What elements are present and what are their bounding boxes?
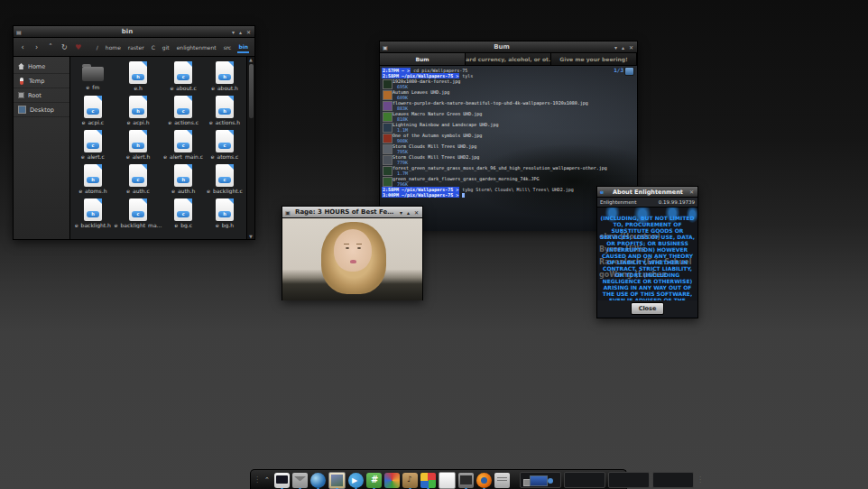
file-item[interactable]: e_alert_main.c — [162, 128, 204, 160]
scrollbar-thumb[interactable] — [249, 64, 254, 118]
tab-hard-currency[interactable]: Hard currency, alcohol, or ot... — [466, 53, 551, 65]
file-manager-titlebar[interactable]: ▤ bin ▾ ▴ ✕ — [14, 26, 254, 38]
file-item[interactable]: e_backlight.h — [72, 197, 114, 228]
shelf-expand-icon[interactable]: ⌃ — [264, 476, 270, 484]
file-item[interactable]: e_backlight_ma... — [114, 197, 163, 228]
breadcrumb-bin[interactable]: bin — [237, 42, 249, 53]
close-icon[interactable]: ✕ — [629, 44, 633, 51]
file-item[interactable]: e_bg.h — [204, 197, 245, 228]
sidebar-item-desktop[interactable]: Desktop — [14, 103, 69, 117]
file-manager-window: ▤ bin ▾ ▴ ✕ ‹ › ˄ ↻ ♥ / home raster C gi… — [13, 25, 255, 240]
maximize-icon[interactable]: ▴ — [407, 209, 410, 216]
video-titlebar[interactable]: ▣ Rage: 3 HOURS of Best Female Voc.... ▾… — [282, 207, 422, 218]
sidebar-item-temp[interactable]: Temp — [14, 74, 69, 88]
file-item[interactable]: e_actions.h — [204, 94, 245, 125]
sidebar-item-root[interactable]: Root — [14, 88, 69, 103]
file-item[interactable]: e_acpi.h — [114, 94, 163, 125]
file-item[interactable]: e_bg.c — [162, 197, 204, 228]
firefox-launcher-icon[interactable] — [476, 473, 492, 488]
scrollbar[interactable]: ▲ ▼ — [246, 57, 254, 239]
file-item[interactable]: e_alert.c — [72, 128, 114, 160]
telegram-launcher-icon[interactable] — [348, 473, 364, 488]
music-launcher-icon[interactable] — [402, 473, 418, 488]
terminal-launcher-icon[interactable] — [274, 473, 290, 488]
version-bar: Enlightenment 0.19.99.19739 — [597, 198, 697, 208]
file-manager-toolbar: ‹ › ˄ ↻ ♥ / home raster C git enlightenm… — [14, 38, 254, 57]
browser-launcher-icon[interactable] — [310, 473, 326, 488]
file-item[interactable]: e_alert.h — [114, 128, 163, 160]
mail-launcher-icon[interactable] — [292, 473, 308, 488]
video-frame-woman-portrait[interactable] — [282, 218, 422, 300]
shelf-grip-left[interactable]: ⋮ — [254, 476, 260, 484]
file-icon — [216, 61, 234, 84]
file-item[interactable]: e_acpi.c — [72, 94, 114, 125]
favorites-icon[interactable]: ♥ — [74, 43, 81, 51]
breadcrumb: / home raster C git enlightenment src bi… — [96, 38, 249, 56]
listing-entry: Leaves Macro Nature Green UHD.jpg818K — [382, 111, 637, 122]
shade-icon[interactable]: ▾ — [232, 29, 235, 35]
terminal-tab-bar: Bum Hard currency, alcohol, or ot... Giv… — [380, 53, 637, 66]
back-icon[interactable]: ‹ — [19, 43, 26, 51]
desktop-4-pager-slot[interactable] — [652, 472, 694, 488]
file-item[interactable]: e_about.c — [162, 60, 204, 91]
close-icon[interactable]: ✕ — [246, 29, 251, 35]
scroll-up-icon[interactable]: ▲ — [249, 57, 253, 62]
file-item[interactable]: e_actions.c — [162, 94, 204, 125]
file-item[interactable]: e_about.h — [204, 60, 245, 91]
photo-launcher-icon[interactable] — [328, 472, 346, 489]
file-item[interactable]: e_auth.c — [114, 162, 163, 194]
file-icon — [216, 198, 234, 221]
tab-bum[interactable]: Bum — [380, 53, 466, 65]
wine-launcher-icon[interactable] — [420, 473, 436, 488]
file-item[interactable]: e_atoms.h — [72, 162, 114, 194]
maximize-icon[interactable]: ▴ — [239, 29, 242, 35]
image-thumbnail — [383, 134, 392, 143]
up-icon[interactable]: ˄ — [47, 43, 54, 51]
eyebrow — [344, 244, 349, 244]
shade-icon[interactable]: ▾ — [400, 209, 402, 216]
file-icon — [129, 96, 147, 118]
close-button[interactable]: Close — [631, 302, 665, 315]
shelf-grip-right[interactable]: ⋮ — [697, 476, 703, 484]
file-item[interactable]: e_auth.h — [162, 162, 204, 194]
about-titlebar[interactable]: e About Enlightenment ✕ — [597, 187, 697, 198]
terminal-titlebar[interactable]: ▣ Bum ▾ ▴ ✕ — [380, 42, 637, 53]
archive-launcher-icon[interactable] — [494, 473, 510, 488]
tab-switcher-button[interactable] — [624, 67, 634, 76]
breadcrumb-enlightenment[interactable]: enlightenment — [176, 42, 217, 52]
image-thumbnail — [383, 112, 392, 122]
terminal-cursor — [462, 193, 465, 198]
breadcrumb-raster[interactable]: raster — [127, 42, 145, 52]
eye — [357, 247, 361, 249]
close-icon[interactable]: ✕ — [414, 209, 419, 216]
breadcrumb-root[interactable]: / — [96, 42, 99, 52]
breadcrumb-src[interactable]: src — [223, 42, 233, 52]
scroll-down-icon[interactable]: ▼ — [249, 234, 253, 239]
sidebar-item-home[interactable]: Home — [14, 60, 69, 74]
breadcrumb-home[interactable]: home — [105, 42, 122, 52]
mini-window — [548, 478, 553, 484]
refresh-icon[interactable]: ↻ — [60, 43, 68, 51]
desktop-3-pager-slot[interactable] — [608, 472, 650, 488]
shade-icon[interactable]: ▾ — [614, 44, 617, 51]
file-item[interactable]: e_backlight.c — [204, 162, 245, 194]
enlightenment-logo-icon: e — [600, 189, 607, 195]
file-item[interactable]: e_atoms.c — [204, 128, 245, 160]
desktop-2-pager-slot[interactable] — [564, 472, 605, 488]
forward-icon[interactable]: › — [32, 43, 40, 51]
tv-launcher-icon[interactable] — [458, 473, 474, 488]
window-icon: ▤ — [16, 29, 23, 35]
listing-entry: Lightning Rainbow and Landscape UHD.jpg1… — [382, 122, 637, 133]
paint-launcher-icon[interactable] — [384, 473, 400, 488]
desktop-1-pager-slot[interactable] — [520, 472, 561, 488]
mini-window — [530, 475, 548, 486]
tab-beering[interactable]: Give me your beering! — [551, 53, 637, 65]
file-item[interactable]: e.h — [114, 60, 163, 91]
close-icon[interactable]: ✕ — [689, 189, 694, 195]
maximize-icon[interactable]: ▴ — [622, 44, 624, 51]
document-launcher-icon[interactable] — [439, 472, 456, 489]
breadcrumb-git[interactable]: git — [162, 42, 171, 52]
file-item[interactable]: e_fm — [72, 60, 114, 91]
breadcrumb-c[interactable]: C — [151, 42, 156, 52]
chat-launcher-icon[interactable] — [366, 473, 382, 488]
